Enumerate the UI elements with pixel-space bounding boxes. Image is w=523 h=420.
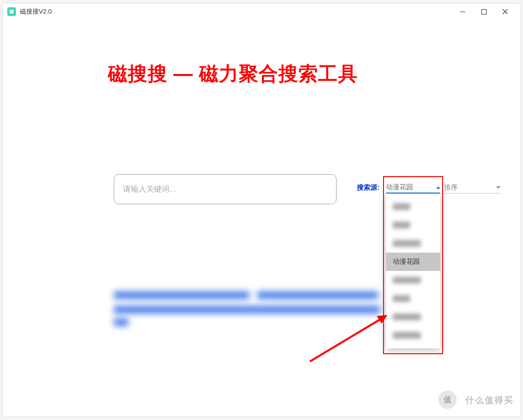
app-window: 磁搜搜V2.0 磁搜搜 — 磁力聚合搜索工具 搜索源: 动漫花园 排序 动漫花园 [2, 3, 521, 417]
source-dropdown: 动漫花园 [386, 194, 440, 348]
maximize-icon [481, 9, 487, 15]
minimize-icon [460, 12, 465, 12]
sort-select[interactable]: 排序 [444, 182, 500, 194]
dropdown-item[interactable] [386, 271, 440, 289]
source-label: 搜索源: [357, 183, 380, 192]
headline-annotation: 磁搜搜 — 磁力聚合搜索工具 [108, 60, 358, 87]
source-select-value: 动漫花园 [386, 183, 413, 192]
watermark-text: 什么值得买 [465, 394, 514, 406]
svg-rect-1 [481, 9, 486, 14]
dropdown-item-selected[interactable]: 动漫花园 [386, 253, 440, 271]
chevron-down-icon [496, 186, 500, 189]
dropdown-item[interactable] [386, 216, 440, 234]
dropdown-item[interactable] [386, 326, 440, 345]
window-controls [452, 4, 516, 19]
close-button[interactable] [494, 4, 516, 19]
minimize-button[interactable] [452, 4, 473, 19]
close-icon [502, 9, 508, 15]
titlebar: 磁搜搜V2.0 [2, 3, 521, 20]
search-input[interactable] [114, 174, 337, 204]
dropdown-item[interactable] [386, 289, 440, 308]
info-text-blurred [114, 291, 385, 330]
dropdown-item[interactable] [386, 234, 440, 253]
dropdown-item[interactable] [386, 197, 440, 216]
app-title: 磁搜搜V2.0 [20, 7, 52, 16]
watermark-badge: 值 [438, 390, 457, 409]
maximize-button[interactable] [473, 4, 494, 19]
source-select[interactable]: 动漫花园 [386, 182, 440, 194]
app-icon [7, 7, 16, 16]
chevron-up-icon [436, 186, 440, 189]
svg-rect-0 [460, 12, 465, 12]
dropdown-item[interactable] [386, 308, 440, 326]
sort-select-value: 排序 [444, 183, 458, 192]
